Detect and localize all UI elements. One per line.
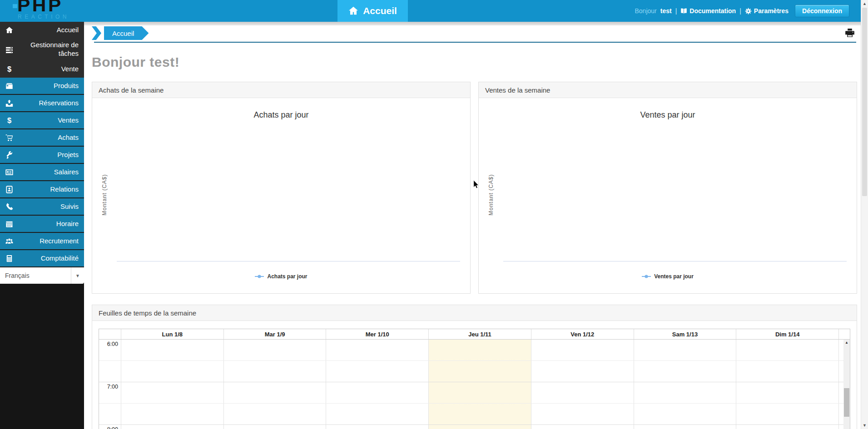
- panel-ventes-header: Ventes de la semaine: [479, 82, 857, 98]
- calendar-cell[interactable]: [531, 340, 634, 360]
- breadcrumb-chevron-icon: [92, 26, 101, 40]
- calendar-time-label: [99, 361, 121, 382]
- sidebar-item-label: Ventes: [15, 116, 79, 125]
- app-logo: PHP REACTION: [12, 0, 80, 22]
- calendar-cell[interactable]: [736, 382, 838, 403]
- panel-achats-semaine: Achats de la semaine Achats par jour Mon…: [92, 82, 471, 294]
- calendar-cell[interactable]: [736, 361, 838, 382]
- calendar-scrollbar-thumb[interactable]: [844, 388, 849, 417]
- calendar-cell[interactable]: [531, 382, 634, 403]
- scroll-up-icon[interactable]: ▲: [861, 1, 868, 6]
- calendar-cell[interactable]: [736, 404, 838, 424]
- calendar-time-label: 6:00: [99, 340, 121, 360]
- calendar-cell[interactable]: [326, 404, 428, 424]
- calendar-cell[interactable]: [531, 404, 634, 424]
- calendar-cell[interactable]: [326, 425, 428, 429]
- calendar-cell[interactable]: [634, 340, 736, 360]
- calendar-day-header-2: Mar 1/9: [223, 329, 326, 339]
- calendar-cell[interactable]: [121, 425, 223, 429]
- sidebar-item-label: Produits: [15, 82, 79, 90]
- sidebar-item-label: Vente: [15, 65, 79, 74]
- sidebar-item-label: Salaires: [15, 168, 79, 177]
- book-icon: [680, 8, 687, 15]
- calendar-cell[interactable]: [531, 361, 634, 382]
- calendar-cell[interactable]: [326, 340, 428, 360]
- page-scrollbar[interactable]: ▲ ▼: [861, 0, 868, 429]
- sidebar-item-comptabilite[interactable]: Comptabilité: [0, 250, 84, 267]
- sidebar-item-accueil[interactable]: Accueil: [0, 22, 84, 39]
- page-scrollbar-thumb[interactable]: [862, 8, 867, 196]
- page-title: Bonjour test!: [92, 54, 861, 70]
- sidebar-item-salaires[interactable]: Salaires: [0, 164, 84, 181]
- scroll-down-icon[interactable]: ▼: [861, 423, 868, 428]
- calendar-cell[interactable]: [223, 361, 326, 382]
- calendar-cell[interactable]: [428, 382, 531, 403]
- calendar-cell[interactable]: [121, 361, 223, 382]
- scroll-up-icon[interactable]: ▲: [843, 340, 850, 345]
- sidebar-item-vente[interactable]: $Vente: [0, 60, 84, 78]
- calendar-cell[interactable]: [326, 382, 428, 403]
- achats-legend-item[interactable]: Achats par jour: [92, 273, 470, 280]
- settings-link[interactable]: Paramètres: [745, 7, 789, 15]
- calendar-cell[interactable]: [428, 340, 531, 360]
- print-button[interactable]: [845, 29, 855, 38]
- calendar-cell[interactable]: [531, 425, 634, 429]
- calendar-cell[interactable]: [634, 404, 736, 424]
- topbar: PHP REACTION Accueil Bonjour test | Docu…: [0, 0, 861, 22]
- calendar-day-header-1: Lun 1/8: [121, 329, 223, 339]
- calendar-cell[interactable]: [736, 425, 838, 429]
- username-label: test: [660, 7, 672, 15]
- calendar-cell[interactable]: [223, 425, 326, 429]
- phone-icon: [4, 203, 15, 211]
- calendar-cell[interactable]: [223, 340, 326, 360]
- sidebar-item-projets[interactable]: Projets: [0, 147, 84, 164]
- tasks-icon: [4, 46, 15, 54]
- calendar-cell[interactable]: [428, 404, 531, 424]
- sidebar-item-suivis[interactable]: Suivis: [0, 198, 84, 216]
- calendar-cell[interactable]: [736, 340, 838, 360]
- calendar-row: [99, 404, 850, 425]
- users-icon: [4, 237, 15, 245]
- calendar-cell[interactable]: [121, 340, 223, 360]
- sidebar-main-list: ProduitsRéservations$VentesAchatsProjets…: [0, 78, 84, 267]
- sidebar-item-reservations[interactable]: Réservations: [0, 95, 84, 112]
- panel-ventes-semaine: Ventes de la semaine Ventes par jour Mon…: [478, 82, 857, 294]
- sidebar-item-label: Achats: [15, 133, 79, 142]
- sidebar-item-label: Horaire: [15, 220, 79, 228]
- calendar-cell[interactable]: [121, 404, 223, 424]
- logo-subtext: REACTION: [18, 14, 69, 20]
- logout-button[interactable]: Déconnexion: [795, 5, 849, 17]
- calculator-icon: [4, 255, 15, 262]
- sidebar-item-relations[interactable]: Relations: [0, 181, 84, 198]
- sidebar-item-produits[interactable]: Produits: [0, 78, 84, 95]
- app-root: PHP REACTION Accueil Bonjour test | Docu…: [0, 0, 868, 429]
- topbar-user-area: Bonjour test | Documentation | Paramètre…: [635, 0, 849, 22]
- ventes-legend-item[interactable]: Ventes par jour: [479, 273, 857, 280]
- calendar-day-header-6: Sam 1/13: [634, 329, 736, 339]
- sidebar-item-ventes[interactable]: $Ventes: [0, 112, 84, 129]
- sidebar-item-label: Relations: [15, 185, 79, 194]
- sidebar-item-gestionnaire-de-taches[interactable]: Gestionnaire de tâches: [0, 39, 84, 60]
- calendar-cell[interactable]: [634, 361, 736, 382]
- language-select[interactable]: Français ▼: [0, 267, 84, 284]
- calendar-header-row: Lun 1/8Mar 1/9Mer 1/10Jeu 1/11Ven 1/12Sa…: [99, 329, 850, 340]
- sidebar-item-recrutement[interactable]: Recrutement: [0, 233, 84, 250]
- ventes-legend-label: Ventes par jour: [654, 273, 694, 280]
- documentation-link[interactable]: Documentation: [680, 7, 736, 15]
- calendar-cell[interactable]: [121, 382, 223, 403]
- calendar-cell[interactable]: [634, 382, 736, 403]
- calendar-cell[interactable]: [428, 361, 531, 382]
- calendar-cell[interactable]: [326, 361, 428, 382]
- timesheet-body: Lun 1/8Mar 1/9Mer 1/10Jeu 1/11Ven 1/12Sa…: [92, 321, 857, 429]
- calendar-cell[interactable]: [223, 382, 326, 403]
- sidebar-item-achats[interactable]: Achats: [0, 129, 84, 147]
- breadcrumb-item-accueil[interactable]: Accueil: [104, 26, 149, 40]
- sidebar-item-horaire[interactable]: Horaire: [0, 216, 84, 233]
- calendar-scrollbar[interactable]: ▲: [843, 340, 850, 429]
- breadcrumb-underline: [94, 42, 856, 43]
- calendar-cell[interactable]: [428, 425, 531, 429]
- home-nav-button[interactable]: Accueil: [337, 0, 408, 22]
- calendar-cell[interactable]: [223, 404, 326, 424]
- calendar-cell[interactable]: [634, 425, 736, 429]
- calendar-day-header-5: Ven 1/12: [531, 329, 634, 339]
